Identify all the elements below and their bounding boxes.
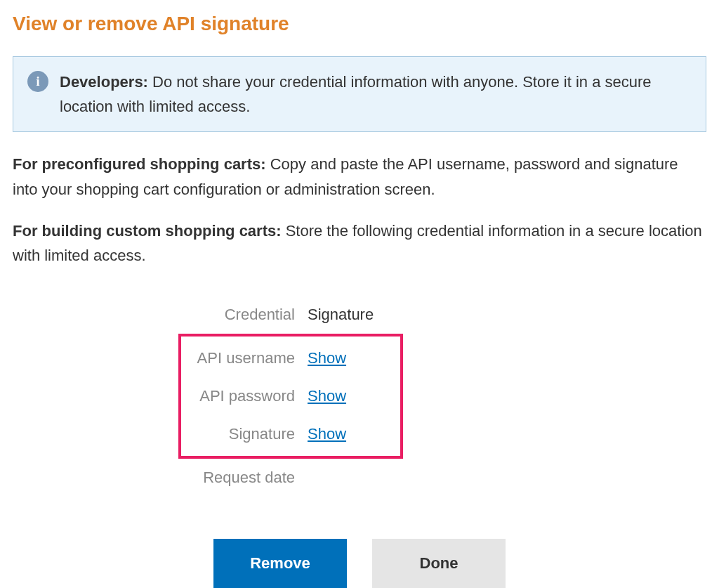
api-password-row: API password Show <box>181 377 400 415</box>
done-button[interactable]: Done <box>372 539 506 588</box>
credentials-area: Credential Signature API username Show A… <box>13 296 706 497</box>
api-password-show-link[interactable]: Show <box>308 387 346 405</box>
signature-label: Signature <box>181 425 308 443</box>
page-title: View or remove API signature <box>13 13 706 35</box>
api-username-row: API username Show <box>181 339 400 377</box>
remove-button[interactable]: Remove <box>213 539 347 588</box>
request-date-row: Request date <box>13 459 706 497</box>
credential-value: Signature <box>308 306 374 324</box>
info-text: Developers: Do not share your credential… <box>60 70 692 119</box>
api-password-label: API password <box>181 387 308 405</box>
info-icon: i <box>27 71 48 92</box>
instruction1-label: For preconfigured shopping carts: <box>13 155 266 173</box>
instruction2-label: For building custom shopping carts: <box>13 222 282 240</box>
info-box: i Developers: Do not share your credenti… <box>13 56 706 132</box>
button-row: Remove Done <box>13 539 706 588</box>
signature-row: Signature Show <box>181 415 400 453</box>
credential-type-row: Credential Signature <box>13 296 706 334</box>
signature-show-link[interactable]: Show <box>308 425 346 443</box>
highlight-box: API username Show API password Show Sign… <box>178 334 403 459</box>
credential-label: Credential <box>13 306 308 324</box>
info-label: Developers: <box>60 73 148 91</box>
instruction-custom: For building custom shopping carts: Stor… <box>13 218 706 268</box>
info-body: Do not share your credential information… <box>60 73 652 115</box>
instruction-preconfigured: For preconfigured shopping carts: Copy a… <box>13 152 706 201</box>
request-date-label: Request date <box>13 469 308 487</box>
api-username-show-link[interactable]: Show <box>308 349 346 367</box>
api-username-label: API username <box>181 349 308 367</box>
